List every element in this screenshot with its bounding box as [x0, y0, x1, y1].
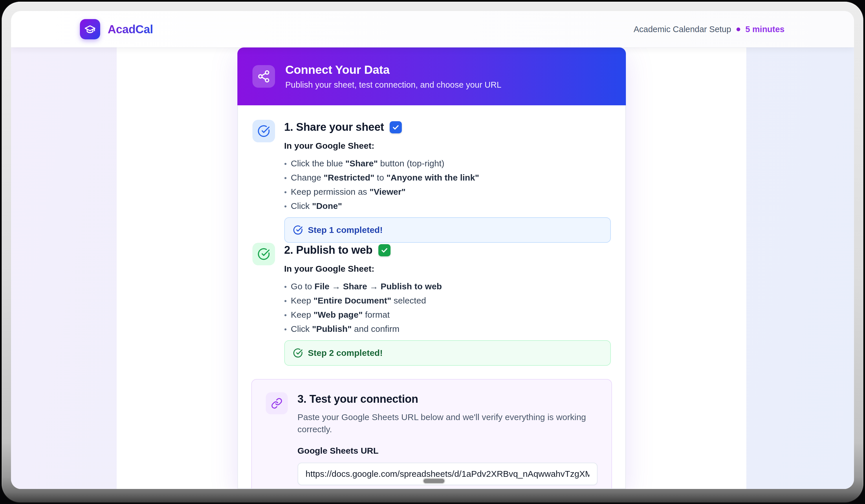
step-1-checkbox[interactable] [390, 121, 402, 133]
test-connection-card: 3. Test your connection Paste your Googl… [251, 379, 612, 489]
instruction-bullet: •Change "Restricted" to "Anyone with the… [284, 171, 611, 185]
card-body: 1. Share your sheet In your Google Sheet… [238, 105, 626, 489]
step-1-title: 1. Share your sheet [284, 121, 384, 133]
device-frame: AcadCal Academic Calendar Setup 5 minute… [2, 2, 863, 502]
hero-subtitle: Publish your sheet, test connection, and… [286, 80, 501, 90]
share-icon [252, 65, 275, 88]
input-scrollbar-thumb[interactable] [424, 479, 445, 483]
step-2-done-text: Step 2 completed! [308, 348, 383, 358]
instruction-bullet: •Keep "Entire Document" selected [284, 294, 611, 308]
topbar: AcadCal Academic Calendar Setup 5 minute… [11, 11, 854, 47]
step-1-bullets: •Click the blue "Share" button (top-righ… [284, 156, 611, 213]
hero-header: Connect Your Data Publish your sheet, te… [238, 47, 626, 105]
instruction-bullet: •Go to File → Share → Publish to web [284, 280, 611, 294]
content-area: Connect Your Data Publish your sheet, te… [11, 47, 854, 489]
main-column: Connect Your Data Publish your sheet, te… [117, 47, 746, 489]
url-input-wrap [298, 462, 598, 485]
step-2-done-note: Step 2 completed! [284, 340, 611, 366]
check-icon [381, 246, 388, 254]
circle-check-icon [293, 348, 303, 358]
left-gutter [11, 47, 117, 489]
graduation-cap-icon [80, 19, 100, 39]
link-icon [266, 392, 288, 414]
google-sheets-url-input[interactable] [298, 462, 598, 485]
page-title: Academic Calendar Setup [634, 25, 731, 34]
duration-badge: 5 minutes [746, 25, 785, 34]
right-gutter [746, 47, 854, 489]
separator-dot-icon [737, 27, 740, 31]
step-1-intro: In your Google Sheet: [284, 141, 611, 151]
setup-card: Connect Your Data Publish your sheet, te… [238, 47, 626, 489]
step-1-done-text: Step 1 completed! [308, 225, 383, 235]
circle-check-icon [252, 243, 275, 265]
step-2-bullets: •Go to File → Share → Publish to web•Kee… [284, 280, 611, 336]
brand-name: AcadCal [108, 23, 153, 36]
instruction-bullet: •Click "Done" [284, 199, 611, 213]
step-3-description: Paste your Google Sheets URL below and w… [298, 411, 593, 435]
step-1: 1. Share your sheet In your Google Sheet… [252, 120, 611, 213]
topbar-right: Academic Calendar Setup 5 minutes [634, 25, 785, 34]
step-2: 2. Publish to web In your Google Sheet: … [252, 243, 611, 336]
brand: AcadCal [80, 19, 153, 39]
circle-check-icon [293, 225, 303, 235]
hero-title: Connect Your Data [286, 63, 501, 77]
step-1-done-note: Step 1 completed! [284, 217, 611, 243]
instruction-bullet: •Keep "Web page" format [284, 308, 611, 322]
step-2-title: 2. Publish to web [284, 244, 372, 256]
check-icon [392, 124, 400, 131]
step-2-checkbox[interactable] [378, 244, 391, 256]
url-label: Google Sheets URL [298, 446, 598, 456]
instruction-bullet: •Click the blue "Share" button (top-righ… [284, 156, 611, 171]
instruction-bullet: •Keep permission as "Viewer" [284, 185, 611, 199]
instruction-bullet: •Click "Publish" and confirm [284, 322, 611, 336]
step-2-intro: In your Google Sheet: [284, 264, 611, 274]
step-3-title: 3. Test your connection [298, 393, 598, 405]
circle-check-icon [252, 120, 275, 142]
app-window: AcadCal Academic Calendar Setup 5 minute… [11, 11, 854, 489]
